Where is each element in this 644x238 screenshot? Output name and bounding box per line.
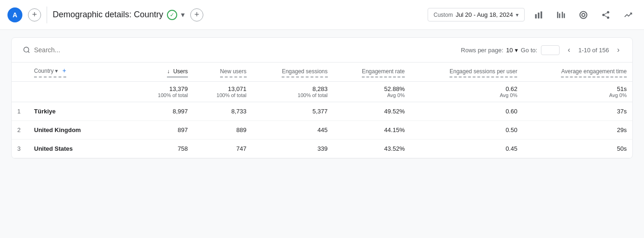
svg-rect-5: [562, 12, 563, 18]
search-icon: [23, 46, 30, 54]
search-box: [19, 44, 112, 56]
rows-per-page-value: 10: [506, 47, 512, 54]
check-badge: ✓: [167, 10, 177, 20]
th-new-users: New users: [194, 63, 252, 81]
svg-line-15: [28, 51, 29, 53]
svg-point-8: [582, 13, 585, 16]
add-filter-icon[interactable]: +: [62, 67, 66, 74]
users-col-label[interactable]: ↓ Users: [167, 68, 188, 77]
go-to-container: Go to: 1: [521, 45, 560, 55]
row-num-0: 1: [12, 102, 28, 120]
totals-avg-engagement-main: 51s: [528, 85, 627, 92]
svg-point-10: [602, 14, 605, 16]
prev-page-button[interactable]: ‹: [562, 43, 575, 56]
row-engaged-sessions-1: 445: [252, 120, 333, 139]
new-users-col-label[interactable]: New users: [220, 68, 247, 77]
table-header-row: Country ▾ + ↓ Users New users: [12, 63, 632, 81]
svg-rect-2: [540, 11, 542, 18]
search-input[interactable]: [34, 46, 109, 54]
row-country-2: United States: [28, 139, 135, 158]
bar-chart-icon-button[interactable]: [530, 7, 547, 23]
country-col-text: Country: [34, 68, 54, 74]
country-dropdown-icon: ▾: [55, 68, 58, 74]
page-title-text: Demographic details: Country: [53, 10, 163, 20]
date-range-button[interactable]: Custom Jul 20 - Aug 18, 2024 ▾: [428, 8, 525, 21]
data-table: Country ▾ + ↓ Users New users: [12, 63, 632, 158]
svg-point-7: [580, 11, 587, 18]
table-row: 3 United States 758 747 339 43.52% 0.45 …: [12, 139, 632, 158]
row-country-1: United Kingdom: [28, 120, 135, 139]
goto-label: Go to:: [521, 47, 537, 54]
donut-chart-icon-button[interactable]: [575, 7, 592, 23]
th-num: [12, 63, 28, 81]
new-users-col-text: New users: [220, 68, 247, 75]
table-row: 1 Türkiye 8,997 8,733 5,377 49.52% 0.60 …: [12, 102, 632, 120]
row-engaged-per-user-0: 0.60: [410, 102, 523, 120]
totals-num: [12, 81, 28, 102]
row-users-2: 758: [135, 139, 194, 158]
totals-users-main: 13,379: [140, 85, 188, 92]
svg-rect-0: [535, 14, 537, 18]
row-engagement-rate-2: 43.52%: [333, 139, 410, 158]
title-dropdown-button[interactable]: ▾: [181, 10, 185, 19]
svg-point-14: [24, 47, 29, 52]
row-users-1: 897: [135, 120, 194, 139]
svg-rect-4: [559, 13, 561, 18]
engaged-sessions-col-label[interactable]: Engaged sessions: [282, 68, 327, 77]
row-engaged-sessions-2: 339: [252, 139, 333, 158]
row-engaged-per-user-1: 0.50: [410, 120, 523, 139]
totals-engaged-sessions: 8,283 100% of total: [252, 81, 333, 102]
totals-users-sub: 100% of total: [140, 92, 188, 98]
users-col-text: Users: [173, 68, 187, 75]
th-engagement-rate: Engagement rate: [333, 63, 410, 81]
date-chevron-icon: ▾: [516, 12, 519, 18]
add-tab-button[interactable]: +: [28, 8, 41, 21]
check-icon: ✓: [170, 12, 174, 18]
trend-icon: [623, 10, 633, 20]
date-range-text: Jul 20 - Aug 18, 2024: [456, 11, 513, 18]
row-engaged-per-user-2: 0.45: [410, 139, 523, 158]
engagement-rate-col-label[interactable]: Engagement rate: [362, 68, 405, 77]
share-icon-button[interactable]: [597, 7, 614, 23]
row-avg-engagement-2: 50s: [523, 139, 632, 158]
th-engaged-per-user: Engaged sessions per user: [410, 63, 523, 81]
totals-country: [28, 81, 135, 102]
avg-engagement-col-label[interactable]: Average engagement time: [561, 68, 627, 77]
row-new-users-2: 747: [194, 139, 252, 158]
totals-row: 13,379 100% of total 13,071 100% of tota…: [12, 81, 632, 102]
row-engagement-rate-0: 49.52%: [333, 102, 410, 120]
engaged-sessions-col-text: Engaged sessions: [282, 68, 327, 75]
totals-new-users-sub: 100% of total: [199, 92, 247, 98]
rows-per-page-label: Rows per page:: [461, 47, 503, 54]
svg-point-9: [607, 11, 609, 13]
comparison-icon: [556, 10, 566, 20]
add-section-button[interactable]: +: [190, 8, 203, 21]
totals-engaged-sessions-main: 8,283: [258, 85, 328, 92]
rows-per-page-select[interactable]: 10 ▾: [506, 47, 518, 54]
th-avg-engagement: Average engagement time: [523, 63, 632, 81]
country-col-label[interactable]: Country ▾ +: [34, 66, 66, 77]
avg-engagement-col-text: Average engagement time: [561, 68, 627, 75]
pagination: ‹ 1-10 of 156 ›: [562, 43, 625, 56]
comparison-chart-icon-button[interactable]: [553, 7, 569, 23]
avatar: A: [7, 7, 22, 22]
bar-chart-icon: [534, 10, 543, 20]
goto-input[interactable]: 1: [541, 45, 560, 55]
donut-icon: [579, 10, 588, 20]
page-title: Demographic details: Country ✓ ▾: [53, 10, 185, 20]
totals-engaged-per-user-sub: Avg 0%: [416, 92, 518, 98]
row-country-0: Türkiye: [28, 102, 135, 120]
next-page-button[interactable]: ›: [612, 43, 625, 56]
svg-line-12: [604, 15, 607, 17]
engaged-per-user-col-label[interactable]: Engaged sessions per user: [450, 68, 517, 77]
svg-line-13: [604, 13, 607, 14]
th-country: Country ▾ +: [28, 63, 135, 81]
table-toolbar: Rows per page: 10 ▾ Go to: 1 ‹ 1-10 of 1…: [12, 38, 632, 63]
trend-icon-button[interactable]: [620, 7, 637, 23]
sort-arrow-icon: ↓: [167, 68, 170, 75]
svg-rect-1: [538, 13, 539, 19]
table-container: Rows per page: 10 ▾ Go to: 1 ‹ 1-10 of 1…: [11, 37, 633, 159]
engaged-per-user-col-text: Engaged sessions per user: [450, 68, 517, 75]
totals-engaged-per-user-main: 0.62: [416, 85, 518, 92]
rows-dropdown-chevron-icon: ▾: [515, 47, 518, 54]
